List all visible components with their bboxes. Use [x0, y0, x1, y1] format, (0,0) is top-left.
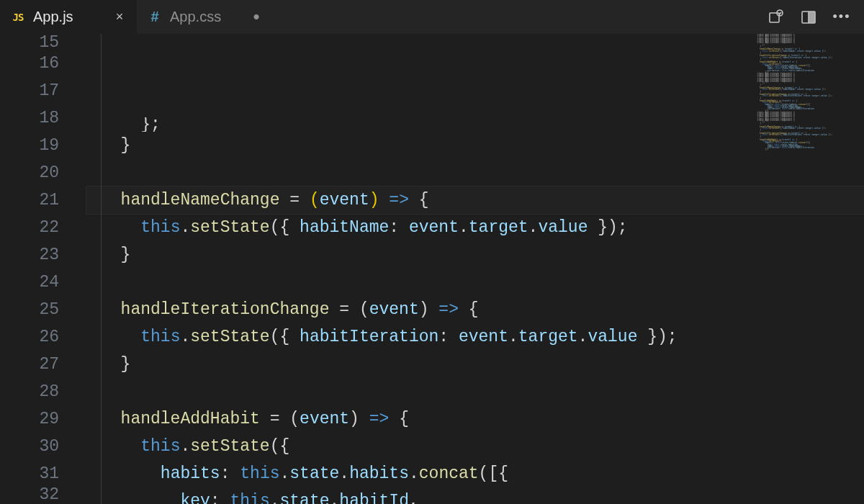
code-line[interactable]: habits: this.state.habits.concat([{ — [86, 460, 864, 487]
line-number: 29 — [0, 405, 59, 433]
dirty-indicator-icon[interactable]: • — [249, 10, 264, 24]
tab-app-css[interactable]: # App.css • — [137, 0, 274, 34]
editor-actions: ••• — [766, 0, 864, 34]
line-number: 18 — [0, 104, 59, 132]
line-number: 16 — [0, 50, 59, 77]
code-editor[interactable]: 151617181920212223242526272829303132 }; … — [0, 34, 864, 504]
code-line[interactable] — [86, 378, 864, 405]
line-number: 30 — [0, 433, 59, 460]
svg-rect-4 — [809, 12, 814, 22]
code-line[interactable]: }; — [86, 117, 864, 132]
code-line[interactable]: key: this.state.habitId, — [86, 487, 864, 504]
line-number: 24 — [0, 269, 59, 296]
tab-app-js[interactable]: JS App.js × — [0, 0, 137, 34]
open-changes-icon[interactable] — [766, 8, 785, 27]
split-editor-icon[interactable] — [799, 8, 818, 27]
code-line[interactable] — [86, 269, 864, 296]
javascript-file-icon: JS — [10, 9, 26, 25]
tab-bar: JS App.js × # App.css • ••• — [0, 0, 864, 34]
line-number: 26 — [0, 323, 59, 351]
code-line[interactable]: handleNameChange = (event) => { — [86, 186, 864, 214]
close-icon[interactable]: × — [112, 10, 127, 24]
tab-label: App.js — [33, 9, 105, 25]
line-number: 20 — [0, 159, 59, 186]
code-line[interactable]: } — [86, 241, 864, 269]
code-area[interactable]: }; } handleNameChange = (event) => { thi… — [86, 34, 864, 504]
code-line[interactable]: this.setState({ — [86, 433, 864, 460]
line-number-gutter: 151617181920212223242526272829303132 — [0, 34, 86, 504]
line-number: 19 — [0, 132, 59, 159]
code-line[interactable]: handleAddHabit = (event) => { — [86, 405, 864, 433]
more-icon[interactable]: ••• — [832, 8, 851, 27]
code-line[interactable]: handleIterationChange = (event) => { — [86, 296, 864, 323]
line-number: 32 — [0, 487, 59, 502]
code-line[interactable]: } — [86, 132, 864, 159]
line-number: 22 — [0, 214, 59, 241]
code-line[interactable] — [86, 159, 864, 186]
line-number: 25 — [0, 296, 59, 323]
line-number: 17 — [0, 77, 59, 104]
code-line[interactable]: this.setState({ habitIteration: event.ta… — [86, 323, 864, 351]
line-number: 21 — [0, 186, 59, 214]
tab-label: App.css — [170, 9, 242, 25]
line-number: 28 — [0, 378, 59, 405]
line-number: 27 — [0, 351, 59, 378]
css-file-icon: # — [147, 9, 163, 25]
line-number: 23 — [0, 241, 59, 269]
line-number: 15 — [0, 35, 59, 50]
code-line[interactable]: } — [86, 351, 864, 378]
code-line[interactable]: this.setState({ habitName: event.target.… — [86, 214, 864, 241]
line-number: 31 — [0, 460, 59, 487]
minimap[interactable]: class App extends Component { class App … — [756, 34, 864, 504]
